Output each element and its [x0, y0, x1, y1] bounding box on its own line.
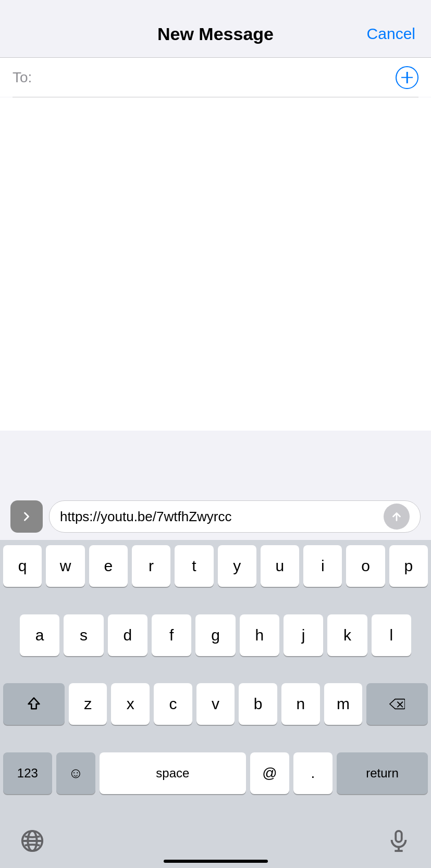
expand-button[interactable]	[10, 500, 43, 533]
key-n[interactable]: n	[281, 683, 320, 725]
header: New Message Cancel	[0, 0, 431, 57]
backspace-icon	[389, 698, 405, 710]
mic-icon	[387, 829, 411, 853]
add-recipient-button[interactable]	[396, 66, 418, 89]
numbers-key[interactable]: 123	[3, 752, 52, 794]
key-x[interactable]: x	[111, 683, 150, 725]
message-input-field[interactable]: https://youtu.be/7wtfhZwyrcc	[49, 500, 421, 533]
key-w[interactable]: w	[46, 545, 84, 587]
key-i[interactable]: i	[303, 545, 342, 587]
key-v[interactable]: v	[196, 683, 235, 725]
keyboard-row-4: 123 ☺ space @ . return	[3, 752, 428, 819]
emoji-key[interactable]: ☺	[56, 752, 95, 794]
message-body[interactable]	[0, 97, 431, 431]
key-u[interactable]: u	[261, 545, 299, 587]
key-k[interactable]: k	[327, 614, 367, 656]
plus-icon	[401, 72, 413, 83]
key-c[interactable]: c	[154, 683, 192, 725]
key-h[interactable]: h	[240, 614, 279, 656]
key-r[interactable]: r	[132, 545, 170, 587]
key-s[interactable]: s	[64, 614, 103, 656]
message-input-value: https://youtu.be/7wtfhZwyrcc	[60, 509, 384, 525]
key-g[interactable]: g	[195, 614, 235, 656]
key-d[interactable]: d	[108, 614, 147, 656]
keyboard: q w e r t y u i o p a s d f g h j k l z …	[0, 540, 431, 868]
at-key[interactable]: @	[250, 752, 289, 794]
keyboard-row-1: q w e r t y u i o p	[3, 545, 428, 611]
chevron-right-icon	[19, 509, 34, 524]
keyboard-row-3: z x c v b n m	[3, 683, 428, 749]
shift-icon	[27, 697, 41, 711]
key-z[interactable]: z	[69, 683, 107, 725]
key-t[interactable]: t	[175, 545, 213, 587]
return-key[interactable]: return	[337, 752, 428, 794]
space-key[interactable]: space	[100, 752, 246, 794]
to-field-container: To:	[0, 58, 431, 97]
key-o[interactable]: o	[346, 545, 385, 587]
backspace-key[interactable]	[366, 683, 428, 725]
send-icon	[390, 510, 403, 523]
key-j[interactable]: j	[284, 614, 323, 656]
key-a[interactable]: a	[20, 614, 59, 656]
to-label: To:	[13, 69, 32, 86]
input-bar: https://youtu.be/7wtfhZwyrcc	[0, 493, 431, 540]
key-q[interactable]: q	[3, 545, 42, 587]
keyboard-row-2: a s d f g h j k l	[3, 614, 428, 681]
key-f[interactable]: f	[152, 614, 191, 656]
cancel-button[interactable]: Cancel	[367, 25, 415, 43]
to-input[interactable]	[37, 69, 390, 86]
key-e[interactable]: e	[89, 545, 128, 587]
period-key[interactable]: .	[293, 752, 333, 794]
key-l[interactable]: l	[372, 614, 411, 656]
key-b[interactable]: b	[239, 683, 277, 725]
key-y[interactable]: y	[218, 545, 256, 587]
page-title: New Message	[157, 24, 274, 44]
home-indicator	[164, 860, 268, 863]
globe-button[interactable]	[19, 827, 46, 854]
send-button[interactable]	[384, 504, 410, 530]
microphone-button[interactable]	[385, 827, 412, 854]
key-m[interactable]: m	[324, 683, 363, 725]
key-p[interactable]: p	[389, 545, 428, 587]
shift-key[interactable]	[3, 683, 65, 725]
globe-icon	[20, 829, 44, 853]
svg-rect-5	[396, 831, 402, 842]
